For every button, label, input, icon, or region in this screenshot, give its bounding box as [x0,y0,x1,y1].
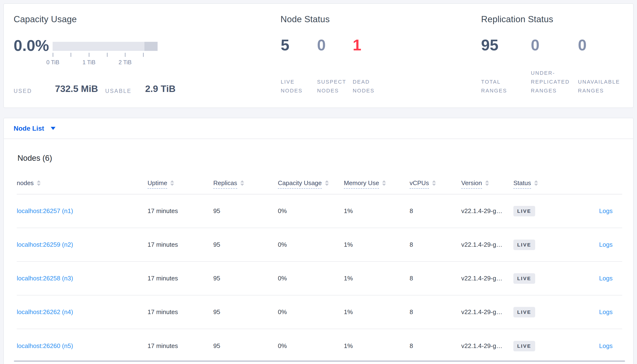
capacity-usage-bar: 0 TiB 1 TiB 2 TiB [53,42,158,51]
capacity-bar-reserved-segment [144,42,158,51]
node-link[interactable]: localhost:26260 (n5) [17,342,73,350]
sort-icon [325,180,329,186]
status-badge: LIVE [513,240,535,250]
column-header-vcpus[interactable]: vCPUs [410,178,461,189]
under-replicated-ranges-count: 0 [531,37,539,53]
table-row: localhost:26260 (n5) 17 minutes 95 0% 1%… [17,329,622,363]
uptime-cell: 17 minutes [148,241,213,248]
status-badge: LIVE [513,341,535,351]
vcpus-cell: 8 [410,241,461,248]
column-header-replicas[interactable]: Replicas [213,178,278,189]
version-cell: v22.1.4-29-g… [461,342,513,350]
view-selector-bar: Node List [4,118,633,139]
node-link[interactable]: localhost:26257 (n1) [17,207,73,214]
status-badge: LIVE [513,273,535,284]
capacity-usage-title: Capacity Usage [14,14,77,24]
version-cell: v22.1.4-29-g… [461,207,513,215]
column-header-version[interactable]: Version [461,178,513,189]
table-row: localhost:26259 (n2) 17 minutes 95 0% 1%… [17,228,622,262]
chevron-down-icon [51,127,56,130]
cluster-summary-card: Capacity Usage 0.0% 0 TiB 1 TiB 2 TiB US… [3,3,634,108]
vcpus-cell: 8 [410,275,461,282]
capacity-cell: 0% [278,241,344,248]
dead-nodes-count: 1 [353,37,361,53]
version-cell: v22.1.4-29-g… [461,308,513,316]
total-ranges-label: TOTAL RANGES [481,78,507,95]
logs-link[interactable]: Logs [599,207,613,214]
axis-tick [89,53,89,57]
node-link[interactable]: localhost:26259 (n2) [17,241,73,248]
horizontal-scrollbar[interactable] [14,360,625,362]
vcpus-cell: 8 [410,342,461,350]
logs-link[interactable]: Logs [599,241,613,248]
replicas-cell: 95 [213,308,278,316]
node-status-title: Node Status [280,14,330,24]
logs-link[interactable]: Logs [599,342,613,350]
usable-label: USABLE [105,88,132,94]
column-header-memory-use[interactable]: Memory Use [344,178,410,189]
memory-cell: 1% [344,275,410,282]
used-label: USED [14,88,32,94]
axis-tick-label: 2 TiB [108,59,142,66]
axis-tick [71,53,71,57]
table-row: localhost:26257 (n1) 17 minutes 95 0% 1%… [17,194,622,228]
axis-tick-label: 1 TiB [72,59,106,66]
replicas-cell: 95 [213,342,278,350]
node-list-card: Node List Nodes (6) nodes Uptime Replica… [3,118,634,364]
vcpus-cell: 8 [410,308,461,316]
sort-icon [432,180,436,186]
version-cell: v22.1.4-29-g… [461,275,513,282]
axis-tick [143,53,144,57]
unavailable-ranges-label: UNAVAILABLE RANGES [578,78,620,95]
nodes-table-title: Nodes (6) [18,154,52,163]
logs-link[interactable]: Logs [599,308,613,316]
uptime-cell: 17 minutes [148,207,213,215]
node-list-dropdown-label: Node List [14,125,44,132]
axis-tick [107,53,108,57]
suspect-nodes-count: 0 [317,37,326,53]
memory-cell: 1% [344,308,410,316]
logs-link[interactable]: Logs [599,275,613,282]
capacity-cell: 0% [278,275,344,282]
capacity-used-percent: 0.0% [14,38,49,53]
capacity-cell: 0% [278,207,344,215]
capacity-cell: 0% [278,342,344,350]
axis-tick-label: 0 TiB [36,59,70,66]
dead-nodes-label: DEAD NODES [353,78,375,95]
replicas-cell: 95 [213,241,278,248]
uptime-cell: 17 minutes [148,275,213,282]
sort-icon [240,180,244,186]
used-value: 732.5 MiB [55,84,98,94]
replication-status-title: Replication Status [481,14,553,24]
table-header-row: nodes Uptime Replicas Capacity Usage Mem… [17,178,622,194]
column-header-capacity-usage[interactable]: Capacity Usage [278,178,344,189]
sort-icon [534,180,538,186]
axis-tick [125,53,126,57]
column-header-status[interactable]: Status [513,178,574,189]
nodes-table: nodes Uptime Replicas Capacity Usage Mem… [17,178,622,363]
status-badge: LIVE [513,206,535,216]
under-replicated-ranges-label: UNDER- REPLICATED RANGES [531,68,570,95]
total-ranges-count: 95 [481,37,498,53]
column-header-logs [574,178,622,179]
node-link[interactable]: localhost:26258 (n3) [17,275,73,282]
uptime-cell: 17 minutes [148,342,213,350]
capacity-cell: 0% [278,308,344,316]
column-header-uptime[interactable]: Uptime [148,178,213,189]
live-nodes-label: LIVE NODES [281,78,302,95]
table-row: localhost:26262 (n4) 17 minutes 95 0% 1%… [17,296,622,329]
replicas-cell: 95 [213,275,278,282]
axis-tick [53,53,53,57]
node-link[interactable]: localhost:26262 (n4) [17,308,73,316]
node-list-dropdown[interactable]: Node List [14,125,56,132]
column-header-nodes[interactable]: nodes [17,178,148,186]
status-badge: LIVE [513,307,535,318]
memory-cell: 1% [344,207,410,215]
sort-icon [485,180,489,186]
vcpus-cell: 8 [410,207,461,215]
memory-cell: 1% [344,342,410,350]
usable-value: 2.9 TiB [145,84,175,94]
sort-icon [37,180,41,186]
table-row: localhost:26258 (n3) 17 minutes 95 0% 1%… [17,262,622,296]
replicas-cell: 95 [213,207,278,215]
